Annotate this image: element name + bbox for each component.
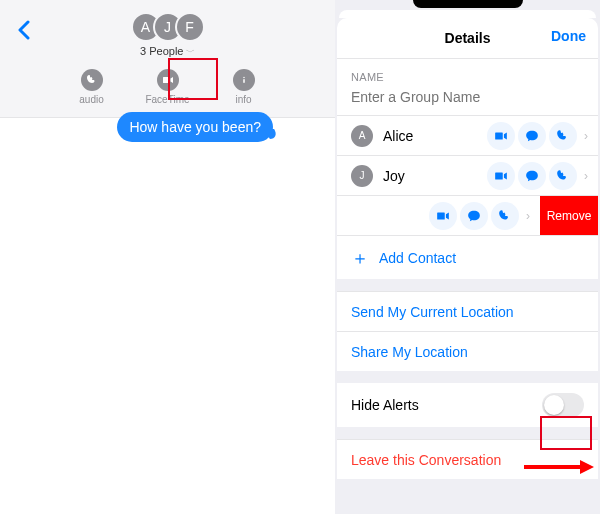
sheet-behind: [339, 10, 596, 18]
remove-button[interactable]: Remove: [540, 196, 598, 235]
contact-name: ye: [337, 208, 429, 224]
info-button[interactable]: info: [221, 69, 267, 105]
people-count[interactable]: 3 People ﹀: [10, 45, 325, 59]
contact-name: Alice: [383, 128, 487, 144]
messages-header: A J F 3 People ﹀ audio FaceTime: [0, 0, 335, 118]
message-bubble[interactable]: How have you been?: [117, 112, 273, 142]
avatar: J: [351, 165, 373, 187]
share-location-button[interactable]: Share My Location: [337, 331, 598, 371]
facetime-button[interactable]: FaceTime: [145, 69, 191, 105]
avatar: A: [351, 125, 373, 147]
contact-name: Joy: [383, 168, 487, 184]
phone-button[interactable]: [491, 202, 519, 230]
details-header: Details Done: [337, 18, 598, 58]
message-button[interactable]: [518, 122, 546, 150]
chevron-right-icon: ›: [526, 209, 530, 223]
phone-button[interactable]: [549, 122, 577, 150]
chevron-right-icon: ›: [584, 169, 588, 183]
info-icon: [233, 69, 255, 91]
phone-button[interactable]: [549, 162, 577, 190]
page-title: Details: [445, 30, 491, 46]
svg-rect-2: [243, 79, 245, 83]
svg-point-1: [243, 77, 245, 79]
name-section: NAME: [337, 58, 598, 115]
contact-row[interactable]: A Alice ›: [337, 115, 598, 155]
message-button[interactable]: [460, 202, 488, 230]
video-call-button[interactable]: [429, 202, 457, 230]
hide-alerts-row: Hide Alerts: [337, 383, 598, 427]
phone-icon: [81, 69, 103, 91]
contact-row[interactable]: ye › Remove: [337, 195, 598, 235]
avatar: F: [175, 12, 205, 42]
group-avatars[interactable]: A J F: [10, 12, 325, 42]
video-call-button[interactable]: [487, 162, 515, 190]
annotation-arrow-icon: [524, 458, 594, 479]
svg-marker-4: [580, 460, 594, 474]
message-button[interactable]: [518, 162, 546, 190]
device-notch: [413, 0, 523, 8]
audio-button[interactable]: audio: [69, 69, 115, 105]
send-location-button[interactable]: Send My Current Location: [337, 291, 598, 331]
chevron-left-icon: [16, 20, 30, 40]
contact-row[interactable]: J Joy ›: [337, 155, 598, 195]
hide-alerts-label: Hide Alerts: [351, 397, 419, 413]
chevron-right-icon: ›: [584, 129, 588, 143]
video-call-button[interactable]: [487, 122, 515, 150]
back-button[interactable]: [16, 20, 30, 46]
video-icon: [157, 69, 179, 91]
name-label: NAME: [351, 71, 584, 83]
plus-icon: ＋: [351, 246, 369, 270]
hide-alerts-toggle[interactable]: [542, 393, 584, 417]
group-name-input[interactable]: [351, 89, 584, 105]
done-button[interactable]: Done: [551, 28, 586, 44]
add-contact-button[interactable]: ＋ Add Contact: [337, 235, 598, 279]
chevron-down-icon: ﹀: [183, 47, 195, 57]
